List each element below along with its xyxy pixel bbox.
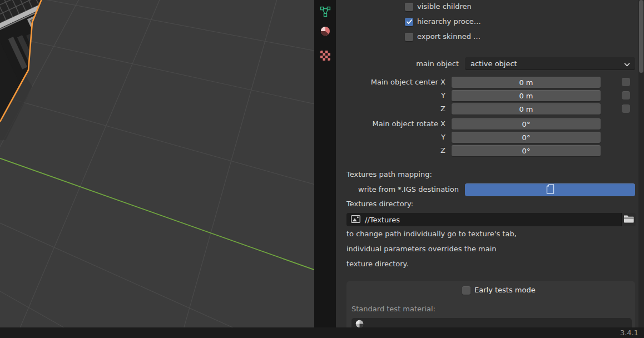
scrollbar-thumb[interactable] bbox=[639, 0, 643, 73]
center-y-lock-checkbox[interactable] bbox=[622, 91, 630, 100]
rotate-x-field[interactable]: 0° bbox=[452, 118, 601, 130]
chevron-down-icon bbox=[624, 58, 630, 69]
browse-folder-button[interactable] bbox=[621, 213, 636, 226]
center-x-lock-checkbox[interactable] bbox=[622, 78, 630, 86]
rotate-y-field[interactable]: 0° bbox=[452, 132, 601, 143]
main-object-label: main object bbox=[336, 59, 459, 68]
textures-directory-value: //Textures bbox=[365, 216, 400, 224]
early-tests-row: Early tests mode bbox=[462, 286, 536, 295]
help-line-3: texture directory. bbox=[346, 260, 409, 269]
visible-children-row: visible children bbox=[405, 2, 472, 11]
tab-object-data[interactable] bbox=[319, 7, 331, 19]
export-skinned-checkbox[interactable] bbox=[405, 33, 413, 41]
tab-material[interactable] bbox=[319, 26, 331, 38]
visible-children-checkbox[interactable] bbox=[405, 3, 413, 11]
rotate-z-field[interactable]: 0° bbox=[452, 145, 601, 156]
standard-test-material-label: Standard test material: bbox=[351, 305, 435, 314]
textures-directory-field[interactable]: //Textures bbox=[346, 213, 621, 226]
help-line-2: individual parameters overrides the main bbox=[346, 245, 497, 254]
rotate-x-label: Main object rotate X bbox=[336, 120, 445, 128]
texture-icon bbox=[320, 51, 330, 63]
tab-texture[interactable] bbox=[319, 51, 331, 63]
properties-tab-strip bbox=[314, 0, 336, 327]
test-material-selector[interactable] bbox=[351, 318, 632, 327]
early-tests-label: Early tests mode bbox=[474, 286, 536, 295]
center-y-field[interactable]: 0 m bbox=[452, 90, 601, 101]
panel-scrollbar[interactable] bbox=[638, 0, 644, 327]
hierarchy-proc-label: hierarchy proce… bbox=[417, 17, 481, 26]
viewport-grid bbox=[0, 0, 314, 327]
center-z-label: Z bbox=[336, 105, 445, 113]
export-skinned-label: export skinned … bbox=[417, 32, 480, 41]
rotate-y-label: Y bbox=[336, 133, 445, 142]
center-y-label: Y bbox=[336, 91, 445, 100]
hierarchy-proc-checkbox[interactable] bbox=[405, 18, 413, 26]
file-icon bbox=[546, 184, 554, 196]
y-axis-line bbox=[0, 157, 314, 271]
status-bar: 3.4.1 bbox=[0, 327, 644, 338]
center-x-field[interactable]: 0 m bbox=[452, 77, 601, 88]
write-from-label: write from *.IGS destination bbox=[336, 185, 459, 194]
early-tests-subpanel: Early tests mode Standard test material: bbox=[346, 281, 635, 327]
textures-directory-label: Textures directory: bbox=[346, 200, 413, 208]
main-object-value: active object bbox=[470, 59, 624, 68]
center-z-field[interactable]: 0 m bbox=[452, 103, 601, 115]
early-tests-checkbox[interactable] bbox=[462, 286, 470, 295]
folder-icon bbox=[623, 215, 634, 225]
blender-version: 3.4.1 bbox=[620, 329, 638, 337]
viewport-3d[interactable]: Baucha bbox=[0, 0, 314, 327]
help-line-1: to change path individually go to textur… bbox=[346, 230, 517, 238]
main-object-dropdown[interactable]: active object bbox=[465, 57, 635, 70]
export-panel: visible children hierarchy proce… export… bbox=[336, 0, 638, 327]
center-z-lock-checkbox[interactable] bbox=[622, 105, 630, 113]
textures-path-mapping-label: Textures path mapping: bbox=[346, 170, 432, 179]
hierarchy-proc-row: hierarchy proce… bbox=[405, 17, 481, 26]
mesh-data-icon bbox=[320, 6, 331, 19]
export-skinned-row: export skinned … bbox=[405, 32, 480, 41]
image-icon bbox=[351, 215, 360, 225]
write-from-button[interactable] bbox=[465, 183, 635, 196]
material-icon bbox=[320, 26, 331, 39]
center-x-label: Main object center X bbox=[336, 78, 445, 87]
rotate-z-label: Z bbox=[336, 146, 445, 155]
visible-children-label: visible children bbox=[417, 2, 472, 11]
